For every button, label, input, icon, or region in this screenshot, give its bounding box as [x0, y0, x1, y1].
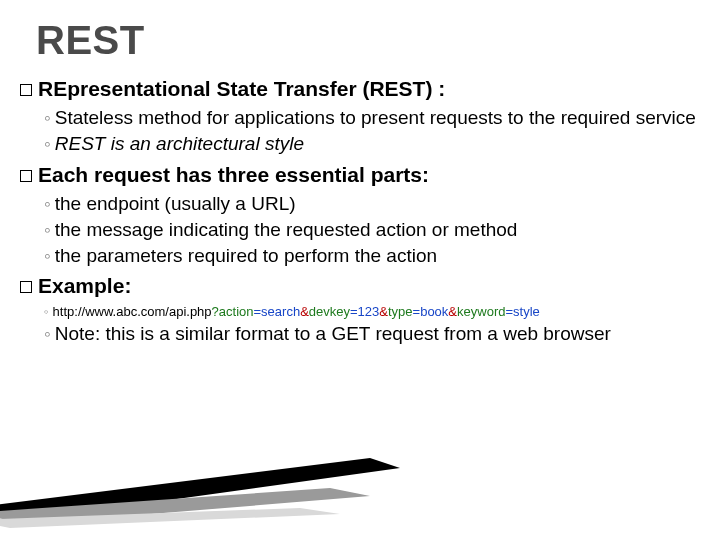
- slide-title: REST: [36, 18, 145, 63]
- sub-note-text: Note: this is a similar format to a GET …: [55, 323, 611, 344]
- square-bullet-icon: [20, 170, 32, 182]
- sub-bullet-icon: ◦: [44, 193, 51, 214]
- url-q1-key: ?action: [212, 304, 254, 319]
- corner-decoration: [0, 458, 400, 528]
- url-amp: &: [300, 304, 309, 319]
- sub-bullet-icon: ◦: [44, 323, 51, 344]
- url-q4-key: keyword: [457, 304, 505, 319]
- url-q4-val: =style: [505, 304, 539, 319]
- url-q2-val: =123: [350, 304, 379, 319]
- sub-architectural: ◦REST is an architectural style: [44, 132, 700, 156]
- url-q1-val: =search: [254, 304, 301, 319]
- sub-architectural-text: REST is an architectural style: [55, 133, 304, 154]
- sub-message-text: the message indicating the requested act…: [55, 219, 518, 240]
- sub-stateless: ◦Stateless method for applications to pr…: [44, 106, 700, 130]
- sub-note: ◦Note: this is a similar format to a GET…: [44, 322, 700, 346]
- sub-example-url: ◦http://www.abc.com/api.php?action=searc…: [44, 304, 700, 321]
- url-q3-val: =book: [413, 304, 449, 319]
- bullet-rest: REpresentational State Transfer (REST) :: [20, 76, 700, 102]
- url-amp: &: [379, 304, 388, 319]
- bullet-three-parts-text: Each request has three essential parts:: [38, 163, 429, 186]
- sub-endpoint-text: the endpoint (usually a URL): [55, 193, 296, 214]
- sub-endpoint: ◦the endpoint (usually a URL): [44, 192, 700, 216]
- sub-message: ◦the message indicating the requested ac…: [44, 218, 700, 242]
- sub-parameters-text: the parameters required to perform the a…: [55, 245, 437, 266]
- bullet-example-text: Example:: [38, 274, 131, 297]
- sub-parameters: ◦the parameters required to perform the …: [44, 244, 700, 268]
- square-bullet-icon: [20, 84, 32, 96]
- sub-bullet-icon: ◦: [44, 133, 51, 154]
- square-bullet-icon: [20, 281, 32, 293]
- sub-bullet-icon: ◦: [44, 219, 51, 240]
- url-base: http://www.abc.com/api.php: [53, 304, 212, 319]
- sub-bullet-icon: ◦: [44, 304, 49, 319]
- url-q3-key: type: [388, 304, 413, 319]
- url-q2-key: devkey: [309, 304, 350, 319]
- slide-content: REpresentational State Transfer (REST) :…: [20, 76, 700, 348]
- bullet-three-parts: Each request has three essential parts:: [20, 162, 700, 188]
- sub-bullet-icon: ◦: [44, 107, 51, 128]
- slide: REST REpresentational State Transfer (RE…: [0, 0, 720, 540]
- sub-bullet-icon: ◦: [44, 245, 51, 266]
- url-amp: &: [448, 304, 457, 319]
- bullet-example: Example:: [20, 273, 700, 299]
- sub-stateless-text: Stateless method for applications to pre…: [55, 107, 696, 128]
- bullet-rest-text: REpresentational State Transfer (REST) :: [38, 77, 445, 100]
